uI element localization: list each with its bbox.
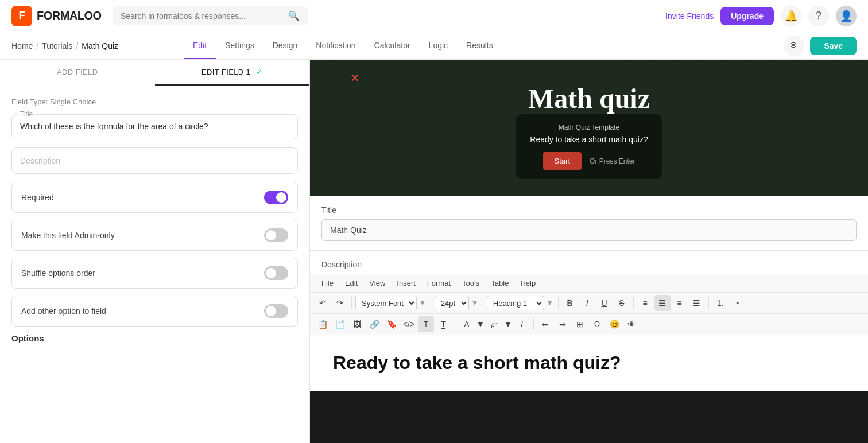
rte-menu-table[interactable]: Table <box>485 277 514 290</box>
preview-card-title: Math Quiz Template <box>530 123 648 131</box>
panel-tabs: ADD FIELD EDIT FIELD 1 ✓ <box>0 60 309 86</box>
logo-icon: F <box>11 6 32 26</box>
description-group <box>11 147 298 174</box>
highlight-chevron[interactable]: ▼ <box>503 316 513 332</box>
upgrade-button[interactable]: Upgrade <box>720 7 774 25</box>
unordered-list-button[interactable]: • <box>730 295 746 311</box>
align-right-button[interactable]: ≡ <box>672 295 688 311</box>
invite-friends-button[interactable]: Invite Friends <box>665 11 714 21</box>
editor-area: Title Description File Edit View Insert … <box>310 196 868 391</box>
image-button[interactable]: 🖼 <box>349 316 365 332</box>
code-block-button[interactable]: </> <box>401 316 417 332</box>
title-editor-section: Title <box>310 196 868 251</box>
bold-button[interactable]: B <box>562 295 578 311</box>
strikethrough-button[interactable]: S <box>614 295 630 311</box>
description-input[interactable] <box>11 147 298 174</box>
tab-edit[interactable]: Edit <box>184 32 216 59</box>
font-size-select[interactable]: 24pt <box>435 296 469 310</box>
field-type-label: Field Type: Single Choice <box>11 98 298 106</box>
title-input[interactable] <box>20 119 289 133</box>
redo-button[interactable]: ↷ <box>332 295 348 311</box>
preview-button[interactable]: 👁 <box>784 36 804 56</box>
special-char-button[interactable]: Ω <box>589 316 605 332</box>
table2-button[interactable]: ⊞ <box>572 316 588 332</box>
undo-button[interactable]: ↶ <box>315 295 331 311</box>
emoji-button[interactable]: 😊 <box>606 316 622 332</box>
text-format-button[interactable]: T <box>418 316 434 332</box>
other-option-toggle[interactable] <box>264 304 288 318</box>
breadcrumb-home[interactable]: Home <box>11 41 33 50</box>
title-editor-input[interactable] <box>321 219 857 241</box>
align-left-button[interactable]: ≡ <box>637 295 653 311</box>
save-button[interactable]: Save <box>810 37 857 55</box>
panel-tab-add-field[interactable]: ADD FIELD <box>0 60 155 86</box>
paste-button[interactable]: 📋 <box>315 316 331 332</box>
align-center-button[interactable]: ☰ <box>654 295 671 311</box>
tab-results[interactable]: Results <box>457 32 502 59</box>
other-option-toggle-row: Add other option to field <box>11 296 298 327</box>
toolbar-divider-6 <box>708 297 709 309</box>
red-x-icon: ✕ <box>350 71 360 85</box>
help-button[interactable]: ? <box>808 6 829 26</box>
avatar[interactable]: 👤 <box>836 6 857 26</box>
rte-content[interactable]: Ready to take a short math quiz? <box>310 335 868 391</box>
shuffle-toggle[interactable] <box>264 266 288 280</box>
indent-button[interactable]: ➡ <box>555 316 571 332</box>
rte-menu-view[interactable]: View <box>363 277 391 290</box>
rte-menu-format[interactable]: Format <box>421 277 456 290</box>
rte-menu-tools[interactable]: Tools <box>456 277 485 290</box>
italic2-button[interactable]: I <box>514 316 530 332</box>
underline-button[interactable]: U <box>596 295 613 311</box>
required-toggle-row: Required <box>11 182 298 213</box>
tab-design[interactable]: Design <box>264 32 307 59</box>
align-justify-button[interactable]: ☰ <box>689 295 705 311</box>
rte-toolbar-1: ↶ ↷ System Font ▼ 24pt ▼ Heading 1 <box>310 293 868 314</box>
breadcrumb-tutorials[interactable]: Tutorials <box>42 41 72 50</box>
search-input[interactable] <box>121 11 284 21</box>
clear-format-button[interactable]: T̲ <box>435 316 451 332</box>
tab-settings[interactable]: Settings <box>216 32 264 59</box>
title-group: Title <box>11 114 298 139</box>
highlight-button[interactable]: 🖊 <box>486 316 502 332</box>
rte-menu-file[interactable]: File <box>316 277 339 290</box>
toolbar-divider-2 <box>431 297 431 309</box>
heading-select[interactable]: Heading 1 <box>487 296 544 310</box>
preview-start-button[interactable]: Start <box>543 152 582 170</box>
link-button[interactable]: 🔗 <box>366 316 382 332</box>
admin-only-toggle[interactable] <box>264 228 288 242</box>
title-editor-label: Title <box>321 205 857 215</box>
toolbar-divider-1 <box>351 297 352 309</box>
tab-calculator[interactable]: Calculator <box>365 32 420 59</box>
font-color-chevron[interactable]: ▼ <box>476 316 485 332</box>
search-bar[interactable]: 🔍 <box>113 6 308 25</box>
rte-menu-help[interactable]: Help <box>514 277 541 290</box>
required-toggle[interactable] <box>264 191 288 204</box>
font-color-button[interactable]: A <box>459 316 475 332</box>
check-icon: ✓ <box>256 68 262 76</box>
breadcrumb-current: Math Quiz <box>82 41 118 50</box>
copy-button[interactable]: 📄 <box>332 316 348 332</box>
description-editor-section: Description <box>310 251 868 274</box>
logo-name: FORMALOO <box>37 9 102 22</box>
title-legend: Title <box>18 110 35 118</box>
ordered-list-button[interactable]: 1. <box>712 295 728 311</box>
title-wrapper: Title <box>11 114 298 139</box>
rte-menu-insert[interactable]: Insert <box>391 277 421 290</box>
notifications-button[interactable]: 🔔 <box>781 6 801 26</box>
toolbar-divider-5 <box>633 297 634 309</box>
panel-content: Field Type: Single Choice Title Required <box>0 86 309 357</box>
left-panel: ADD FIELD EDIT FIELD 1 ✓ Field Type: Sin… <box>0 60 310 443</box>
breadcrumb-sep-2: / <box>76 41 78 50</box>
italic-button[interactable]: I <box>579 295 595 311</box>
font-size-chevron-icon: ▼ <box>471 299 478 307</box>
bookmark-button[interactable]: 🔖 <box>383 316 400 332</box>
preview2-button[interactable]: 👁 <box>623 316 640 332</box>
outdent-button[interactable]: ⬅ <box>537 316 553 332</box>
font-family-select[interactable]: System Font <box>355 296 417 310</box>
description-editor-label: Description <box>321 260 857 269</box>
question-icon: ? <box>816 10 822 22</box>
rte-menu-edit[interactable]: Edit <box>339 277 363 290</box>
tab-notification[interactable]: Notification <box>307 32 365 59</box>
tab-logic[interactable]: Logic <box>420 32 457 59</box>
panel-tab-edit-field[interactable]: EDIT FIELD 1 ✓ <box>155 60 310 86</box>
